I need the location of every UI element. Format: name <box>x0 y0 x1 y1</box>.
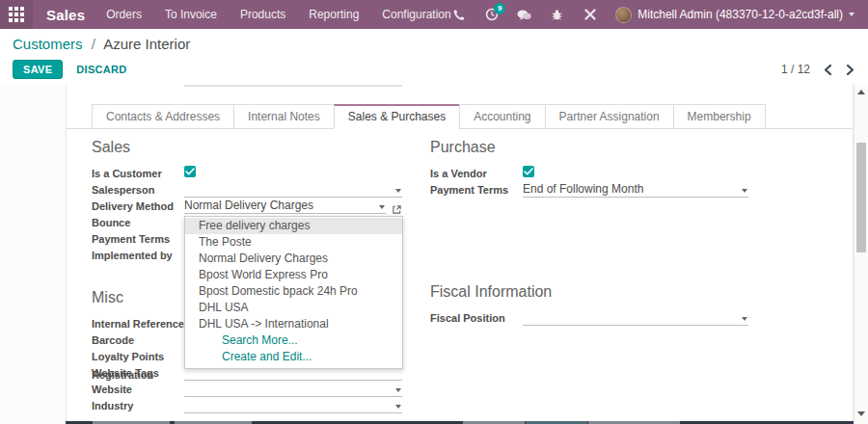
delivery-method-field[interactable]: Normal Delivery Charges <box>184 199 386 214</box>
notebook-tabs: Contacts & Addresses Internal Notes Sale… <box>67 104 853 129</box>
control-panel: Customers / Azure Interior SAVE DISCARD … <box>0 29 868 85</box>
field-label: Industry <box>92 399 184 413</box>
form-sheet: Contacts & Addresses Internal Notes Sale… <box>66 85 854 421</box>
fiscal-information-group: Fiscal Information Fiscal Position <box>430 283 748 326</box>
field-row-payment-terms-purchase: Payment Terms End of Following Month <box>430 181 748 198</box>
field-row-is-a-customer: Is a Customer <box>92 165 402 181</box>
field-row-delivery-method: Delivery Method Normal Delivery Charges <box>92 198 402 214</box>
dropdown-option-free-delivery[interactable]: Free delivery charges <box>185 218 402 234</box>
is-a-customer-checkbox[interactable] <box>184 166 196 177</box>
clipped-field-underline <box>184 85 402 87</box>
dropdown-create-and-edit[interactable]: Create and Edit... <box>185 349 402 365</box>
grid-icon <box>9 7 24 22</box>
tab-sales-purchases[interactable]: Sales & Purchases <box>334 104 460 129</box>
scrollbar-thumb[interactable] <box>856 143 866 252</box>
dropdown-option-dhl-usa[interactable]: DHL USA <box>185 300 402 316</box>
delivery-method-value: Normal Delivery Charges <box>184 199 313 212</box>
dropdown-option-bpost-domestic[interactable]: Bpost Domestic bpack 24h Pro <box>185 283 402 300</box>
is-a-vendor-checkbox[interactable] <box>523 166 534 177</box>
caret-down-icon <box>395 405 401 409</box>
field-label: Is a Customer <box>92 167 184 181</box>
breadcrumb: Customers / Azure Interior <box>13 36 854 52</box>
field-label: Payment Terms <box>430 183 523 198</box>
tab-partner-assignation[interactable]: Partner Assignation <box>545 104 674 129</box>
dropdown-option-normal-delivery[interactable]: Normal Delivery Charges <box>185 251 402 267</box>
registration-website-field[interactable] <box>184 382 402 397</box>
breadcrumb-separator: / <box>92 36 95 52</box>
salesperson-field[interactable] <box>184 182 402 198</box>
purchase-group-title: Purchase <box>430 139 748 156</box>
fiscal-position-field[interactable] <box>523 310 748 326</box>
delivery-method-dropdown: Free delivery charges The Poste Normal D… <box>184 216 403 369</box>
vertical-scrollbar[interactable] <box>854 85 868 424</box>
top-navbar: Sales Orders To Invoice Products Reporti… <box>0 0 868 29</box>
odoo-sales-screen: Sales Orders To Invoice Products Reporti… <box>0 0 868 424</box>
dropdown-search-more[interactable]: Search More... <box>185 332 402 349</box>
field-label: Barcode <box>92 333 184 348</box>
caret-down-icon <box>742 189 747 193</box>
field-label: Implemented by <box>92 249 184 263</box>
messages-icon[interactable] <box>517 8 531 22</box>
external-link-icon[interactable] <box>392 201 402 212</box>
form-view-area: Contacts & Addresses Internal Notes Sale… <box>0 85 868 424</box>
purchase-payment-terms-field[interactable]: End of Following Month <box>523 182 748 198</box>
tab-membership[interactable]: Membership <box>673 104 766 129</box>
breadcrumb-customers[interactable]: Customers <box>13 36 83 52</box>
field-label: Fiscal Position <box>430 311 523 326</box>
user-avatar <box>615 7 632 23</box>
apps-menu-icon[interactable] <box>0 0 33 29</box>
caret-down-icon <box>379 205 385 209</box>
field-row-fiscal-position: Fiscal Position <box>430 309 748 326</box>
field-label: Internal Reference <box>92 317 184 331</box>
dropdown-option-bpost-world[interactable]: Bpost World Express Pro <box>185 267 402 283</box>
pager-previous-button[interactable] <box>824 65 832 75</box>
field-label: Delivery Method <box>92 199 184 214</box>
menu-configuration[interactable]: Configuration <box>382 8 450 21</box>
caret-down-icon <box>742 317 747 321</box>
caret-down-icon <box>395 388 401 392</box>
field-row-industry: Industry <box>92 397 402 413</box>
field-row-is-a-vendor: Is a Vendor <box>430 165 748 181</box>
activity-clock-icon[interactable]: 9 <box>484 8 499 22</box>
field-label: Salesperson <box>92 183 184 198</box>
dropdown-option-the-poste[interactable]: The Poste <box>185 234 402 251</box>
dropdown-option-dhl-international[interactable]: DHL USA -> International <box>185 316 402 332</box>
app-name[interactable]: Sales <box>46 7 85 23</box>
caret-down-icon <box>849 13 854 16</box>
field-label: Bounce <box>92 216 184 230</box>
menu-products[interactable]: Products <box>240 8 285 21</box>
user-name: Mitchell Admin (483370-12-0-a2cd3f-all) <box>637 8 843 21</box>
record-pager: 1 / 12 <box>781 63 854 76</box>
sales-group-title: Sales <box>92 139 402 156</box>
menu-orders[interactable]: Orders <box>106 8 142 21</box>
purchase-group: Purchase Is a Vendor Payment Terms End o… <box>430 139 748 198</box>
field-label: Is a Vendor <box>430 167 523 181</box>
caret-down-icon <box>395 189 401 193</box>
industry-field[interactable] <box>184 398 402 413</box>
pager-value: 1 / 12 <box>781 63 810 76</box>
field-row-salesperson: Salesperson <box>92 181 402 198</box>
scroll-down-icon[interactable] <box>857 411 865 416</box>
phone-icon[interactable] <box>451 8 466 22</box>
tab-accounting[interactable]: Accounting <box>459 104 545 129</box>
pager-next-button[interactable] <box>846 65 854 75</box>
field-label: Payment Terms <box>92 232 184 247</box>
fiscal-group-title: Fiscal Information <box>430 283 748 301</box>
field-label: Registration Website <box>92 368 184 397</box>
menu-reporting[interactable]: Reporting <box>309 8 359 21</box>
user-menu[interactable]: Mitchell Admin (483370-12-0-a2cd3f-all) <box>615 7 854 23</box>
scroll-up-icon[interactable] <box>857 90 865 94</box>
save-button[interactable]: SAVE <box>13 60 63 79</box>
main-menu: Orders To Invoice Products Reporting Con… <box>106 8 451 21</box>
bug-icon[interactable] <box>550 8 564 22</box>
discard-button[interactable]: DISCARD <box>76 64 126 75</box>
activity-count-badge: 9 <box>494 3 505 14</box>
field-label: Loyalty Points <box>92 350 184 364</box>
purchase-payment-terms-value: End of Following Month <box>523 182 643 196</box>
menu-to-invoice[interactable]: To Invoice <box>165 8 217 21</box>
tab-contacts-addresses[interactable]: Contacts & Addresses <box>92 104 234 129</box>
check-icon <box>185 168 195 175</box>
tools-close-icon[interactable] <box>583 8 597 22</box>
field-row-registration-website: Registration Website <box>92 381 402 397</box>
tab-internal-notes[interactable]: Internal Notes <box>233 104 335 129</box>
